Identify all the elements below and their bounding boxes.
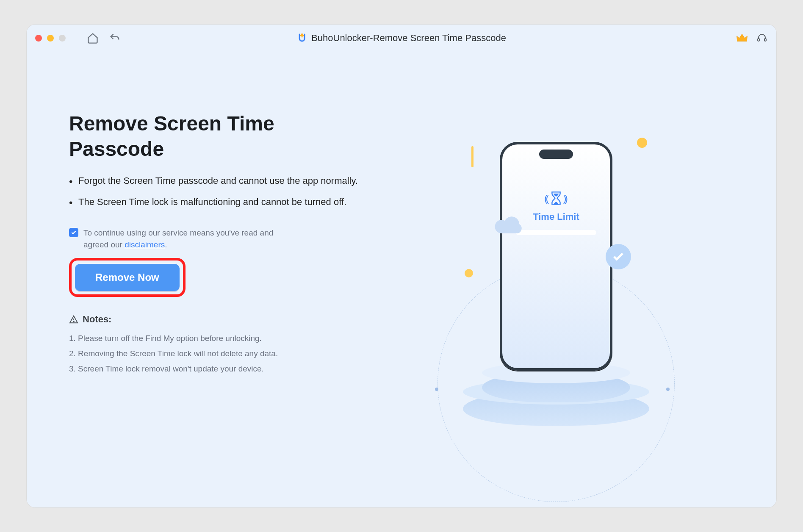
page-heading: Remove Screen Time Passcode	[69, 111, 366, 162]
app-window: BuhoUnlocker-Remove Screen Time Passcode…	[27, 25, 776, 507]
agreement-row: To continue using our service means you'…	[69, 227, 366, 250]
phone-illustration: (( (( Time Limit	[429, 133, 683, 438]
notes-label: Notes:	[83, 314, 111, 325]
bullet-item: The Screen Time lock is malfunctioning a…	[69, 195, 366, 209]
window-controls	[35, 35, 66, 42]
time-limit-label: Time Limit	[533, 211, 579, 222]
right-column: (( (( Time Limit	[366, 77, 747, 495]
warning-triangle-icon	[69, 315, 78, 324]
agreement-checkbox[interactable]	[69, 228, 78, 237]
orbit-dot	[666, 388, 670, 391]
agreement-prefix: To continue using our service means you'…	[83, 228, 273, 249]
back-icon[interactable]	[109, 32, 121, 44]
agreement-text: To continue using our service means you'…	[83, 227, 295, 250]
feature-bullets: Forgot the Screen Time passcode and cann…	[69, 174, 366, 209]
remove-now-button[interactable]: Remove Now	[75, 264, 180, 291]
phone-mockup: (( (( Time Limit	[500, 142, 612, 371]
bullet-item: Forgot the Screen Time passcode and cann…	[69, 174, 366, 188]
titlebar: BuhoUnlocker-Remove Screen Time Passcode	[27, 25, 776, 52]
hourglass-icon	[550, 191, 562, 206]
svg-rect-1	[764, 39, 766, 41]
home-icon[interactable]	[87, 32, 99, 44]
notes-list: 1. Please turn off the Find My option be…	[69, 331, 366, 377]
progress-bar	[516, 230, 596, 235]
disclaimers-link[interactable]: disclaimers	[125, 240, 165, 249]
notes-header: Notes:	[69, 314, 366, 325]
signal-wave-icon: ((	[544, 193, 547, 204]
content-area: Remove Screen Time Passcode Forgot the S…	[27, 52, 776, 507]
agreement-suffix: .	[165, 240, 167, 249]
window-title: BuhoUnlocker-Remove Screen Time Passcode	[311, 33, 506, 44]
decorative-dot	[637, 138, 647, 148]
note-item: 2. Removing the Screen Time lock will no…	[69, 346, 366, 361]
pedestal	[463, 366, 649, 426]
checkmark-bubble-icon	[606, 244, 631, 269]
svg-rect-0	[758, 39, 759, 41]
maximize-window-button[interactable]	[59, 35, 66, 42]
premium-crown-icon[interactable]	[736, 32, 748, 44]
cloud-icon	[494, 216, 524, 235]
phone-notch	[539, 150, 573, 159]
svg-point-3	[73, 321, 74, 322]
close-window-button[interactable]	[35, 35, 42, 42]
note-item: 1. Please turn off the Find My option be…	[69, 331, 366, 346]
left-column: Remove Screen Time Passcode Forgot the S…	[69, 77, 366, 495]
note-item: 3. Screen Time lock removal won't update…	[69, 361, 366, 377]
cta-highlight-box: Remove Now	[69, 258, 186, 297]
minimize-window-button[interactable]	[47, 35, 54, 42]
app-logo-icon	[297, 33, 307, 43]
support-headset-icon[interactable]	[757, 33, 767, 43]
signal-wave-icon: ((	[565, 193, 568, 204]
orbit-dot	[435, 388, 438, 391]
decorative-line	[471, 146, 473, 167]
decorative-dot	[465, 269, 473, 277]
